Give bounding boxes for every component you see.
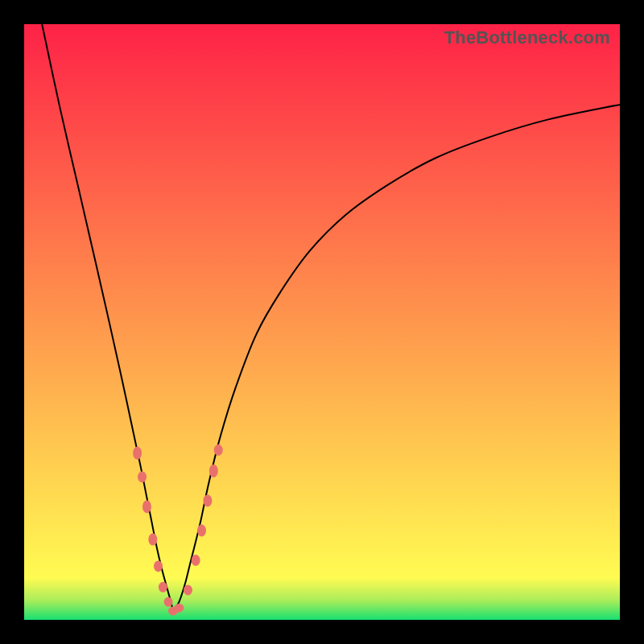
plot-area: TheBottleneck.com bbox=[24, 24, 620, 620]
valley-marker bbox=[142, 500, 151, 513]
curve-right-branch bbox=[173, 105, 620, 611]
watermark-text: TheBottleneck.com bbox=[444, 27, 610, 48]
valley-marker bbox=[154, 560, 163, 572]
curve-layer bbox=[24, 24, 620, 620]
valley-marker bbox=[203, 495, 212, 507]
valley-marker bbox=[184, 585, 192, 596]
valley-marker bbox=[197, 525, 206, 537]
valley-marker bbox=[164, 597, 173, 607]
curve-left-branch bbox=[42, 24, 173, 611]
valley-marker bbox=[148, 534, 157, 546]
valley-marker bbox=[192, 555, 200, 566]
valley-marker bbox=[133, 447, 142, 460]
valley-marker bbox=[138, 471, 147, 482]
valley-marker bbox=[209, 464, 218, 477]
valley-marker bbox=[214, 444, 223, 456]
chart-frame: TheBottleneck.com bbox=[0, 0, 644, 644]
valley-marker bbox=[159, 582, 167, 592]
valley-marker bbox=[174, 604, 184, 613]
